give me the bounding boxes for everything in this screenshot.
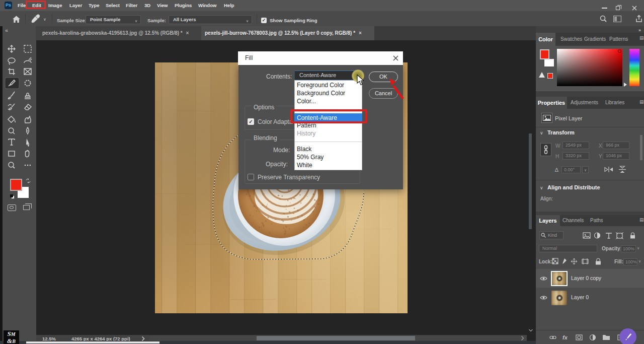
- svg-text:fx: fx: [562, 334, 568, 340]
